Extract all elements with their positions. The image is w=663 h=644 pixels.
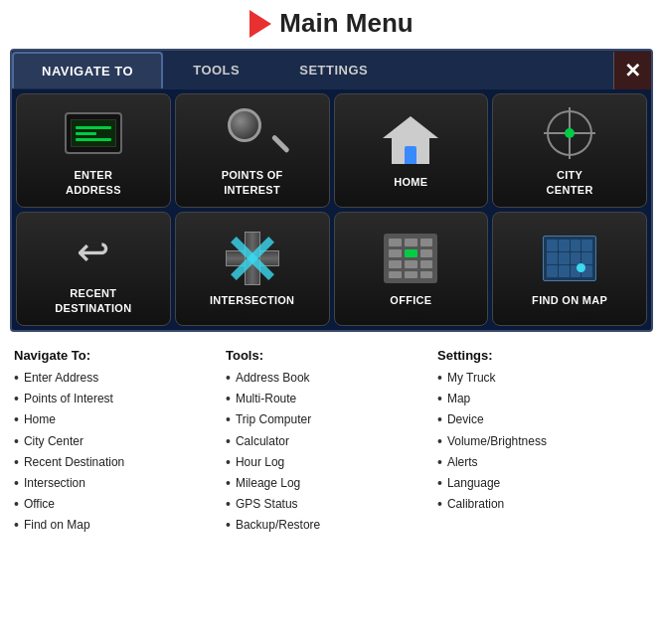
navigate-list: Navigate To: •Enter Address •Points of I… [14, 348, 226, 538]
navigate-heading: Navigate To: [14, 348, 226, 363]
header: Main Menu [0, 0, 663, 49]
office-icon [379, 232, 442, 285]
list-item: •Find on Map [14, 516, 226, 534]
points-of-interest-label: POINTS OFINTEREST [222, 168, 283, 197]
city-center-icon [538, 106, 601, 160]
city-center-label: CITYCENTER [547, 168, 593, 197]
address-icon [62, 106, 125, 160]
intersection-button[interactable]: INTERSECTION [175, 212, 330, 326]
list-item: •Device [437, 410, 649, 428]
tools-list: Tools: •Address Book •Multi-Route •Trip … [226, 348, 437, 538]
list-item: •My Truck [437, 369, 649, 387]
list-item: •Recent Destination [14, 453, 226, 471]
tabs-bar: NAVIGATE TO TOOLS SETTINGS ✕ [12, 51, 651, 89]
list-item: •GPS Status [226, 495, 437, 513]
office-label: OFFICE [390, 293, 431, 307]
recent-destination-icon: ↩ [62, 225, 125, 278]
recent-destination-button[interactable]: ↩ RECENTDESTINATION [16, 212, 171, 326]
list-item: •Enter Address [14, 369, 226, 387]
home-label: HOME [394, 175, 427, 189]
lists-section: Navigate To: •Enter Address •Points of I… [0, 332, 663, 538]
recent-destination-label: RECENTDESTINATION [55, 286, 131, 315]
points-of-interest-button[interactable]: POINTS OFINTEREST [175, 93, 330, 208]
intersection-icon [221, 232, 284, 285]
settings-heading: Settings: [437, 348, 649, 363]
list-item: •Calculator [226, 432, 437, 450]
list-item: •Hour Log [226, 453, 437, 471]
find-on-map-label: FIND ON MAP [532, 293, 607, 307]
tools-heading: Tools: [226, 348, 437, 363]
list-item: •Volume/Brightness [437, 432, 649, 450]
list-item: •Multi-Route [226, 390, 437, 407]
page-title: Main Menu [279, 8, 413, 39]
play-icon [249, 10, 271, 38]
list-item: •Address Book [226, 369, 437, 387]
list-item: •Map [437, 390, 649, 407]
home-icon [379, 113, 442, 167]
office-button[interactable]: OFFICE [334, 212, 489, 326]
list-item: •Intersection [14, 474, 226, 492]
list-item: •Points of Interest [14, 390, 226, 407]
list-item: •Home [14, 410, 226, 428]
find-on-map-button[interactable]: FIND ON MAP [492, 212, 647, 326]
list-item: •Office [14, 495, 226, 513]
city-center-button[interactable]: CITYCENTER [492, 93, 647, 208]
list-item: •City Center [14, 432, 226, 450]
list-item: •Alerts [437, 453, 649, 471]
nav-panel: NAVIGATE TO TOOLS SETTINGS ✕ ENTERADDRES… [10, 49, 653, 332]
tab-navigate[interactable]: NAVIGATE TO [12, 52, 163, 88]
list-item: •Calibration [437, 495, 649, 513]
list-item: •Backup/Restore [226, 516, 437, 534]
home-button[interactable]: HOME [334, 93, 489, 208]
poi-icon [221, 106, 284, 160]
list-item: •Trip Computer [226, 410, 437, 428]
tab-settings[interactable]: SETTINGS [269, 51, 398, 89]
find-on-map-icon [538, 232, 601, 285]
enter-address-button[interactable]: ENTERADDRESS [16, 93, 171, 208]
list-item: •Mileage Log [226, 474, 437, 492]
enter-address-label: ENTERADDRESS [66, 168, 121, 197]
close-button[interactable]: ✕ [613, 52, 651, 89]
intersection-label: INTERSECTION [210, 293, 295, 307]
settings-list: Settings: •My Truck •Map •Device •Volume… [437, 348, 649, 538]
tab-tools[interactable]: TOOLS [163, 51, 269, 89]
menu-grid: ENTERADDRESS POINTS OFINTEREST HOME [12, 89, 651, 330]
list-item: •Language [437, 474, 649, 492]
